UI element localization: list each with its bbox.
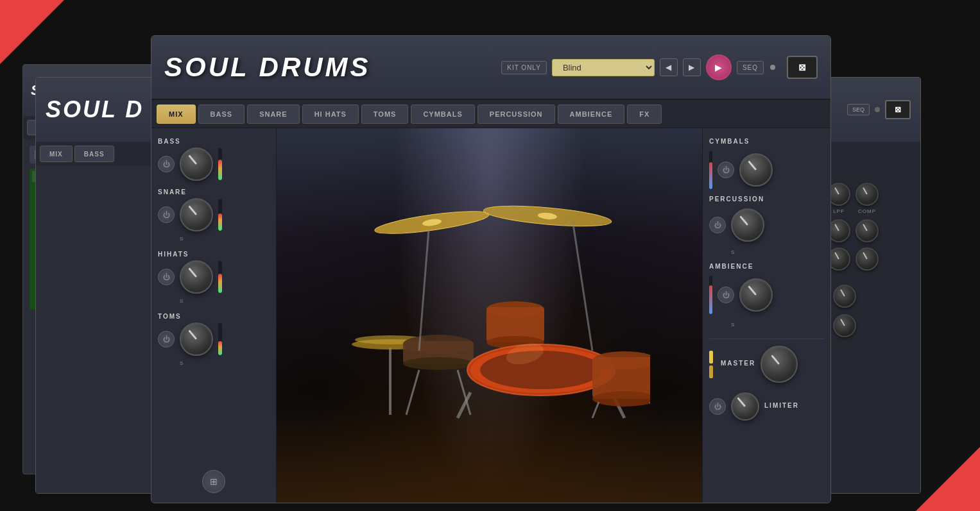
svg-point-9	[403, 357, 474, 370]
svg-line-22	[419, 230, 429, 351]
prev-preset-button[interactable]: ◀	[660, 58, 678, 76]
snare-level-fill	[218, 214, 222, 231]
bass-knob[interactable]	[180, 147, 213, 181]
mid-panel-title: SOUL D	[46, 96, 144, 123]
ambience-level-bar	[709, 276, 712, 314]
hihats-s-label: S	[180, 294, 270, 305]
master-level-indicator-top	[709, 351, 713, 364]
mid-tab-mix[interactable]: MIX	[40, 146, 73, 162]
snare-level-bar	[218, 199, 222, 231]
bass-level-bar	[218, 148, 222, 180]
tab-percussion[interactable]: PERCUSSION	[477, 105, 555, 124]
bass-section: BASS ⏻	[158, 138, 270, 181]
red-corner-br	[916, 447, 980, 511]
uvi-logo: ⊠	[787, 56, 818, 79]
percussion-knob[interactable]	[731, 208, 764, 242]
mid-header-right: SEQ ⊠	[847, 100, 911, 119]
center-image-area	[277, 128, 702, 503]
hihats-level-fill	[218, 274, 222, 293]
snare-section: SNARE ⏻ S	[158, 188, 270, 243]
content-area: BASS ⏻ SNARE ⏻	[151, 128, 830, 503]
bass-knob-row: ⏻	[158, 147, 270, 181]
drum-background	[277, 128, 702, 503]
tab-snare[interactable]: SNARE	[247, 105, 300, 124]
toms-level-fill	[218, 341, 222, 356]
toms-knob[interactable]	[180, 323, 213, 356]
ambience-label: AMBIENCE	[709, 263, 824, 270]
bass-power-button[interactable]: ⏻	[158, 156, 175, 172]
mid-uvi-logo: ⊠	[885, 100, 911, 119]
master-level-indicator-bottom	[709, 365, 713, 378]
master-section: MASTER	[709, 339, 824, 383]
right-panel: CYMBALS ⏻ PERCUSSION ⏻	[702, 128, 830, 503]
delay2-knob[interactable]	[833, 285, 856, 308]
cymbals-level-bar	[709, 151, 712, 189]
ambience-power-button[interactable]: ⏻	[718, 287, 734, 303]
ambience-knob[interactable]	[739, 278, 773, 312]
tab-ambience[interactable]: AMBIENCE	[558, 105, 625, 124]
tab-bar: MIX BASS SNARE HI HATS TOMS CYMBALS PERC…	[151, 100, 830, 128]
red-corner-tl	[0, 0, 64, 64]
next-preset-button[interactable]: ▶	[683, 58, 701, 76]
ambience-knob-row: ⏻	[709, 276, 824, 314]
cymbals-knob-row: ⏻	[709, 151, 824, 189]
toms-label: TOMS	[158, 313, 270, 320]
main-scene: SOUL D MIX BASS ▶ FlyMe Gr 01 Soul 02 So…	[0, 0, 980, 511]
toms-section: TOMS ⏻ S	[158, 313, 270, 367]
cymbals-power-button[interactable]: ⏻	[718, 162, 734, 178]
settings-button[interactable]: ⊞	[202, 470, 225, 493]
ambience-s-label: S	[731, 317, 824, 329]
limiter-knob[interactable]	[731, 392, 759, 421]
master-level-indicators	[709, 351, 713, 378]
svg-line-10	[406, 370, 419, 415]
reverb2-knob[interactable]	[833, 314, 856, 337]
tab-hihats[interactable]: HI HATS	[302, 105, 359, 124]
limiter-power-button[interactable]: ⏻	[709, 398, 726, 415]
drum-kit-svg	[329, 171, 650, 428]
tab-cymbals[interactable]: CYMBALS	[411, 105, 474, 124]
bass-label: BASS	[158, 138, 270, 145]
snare-knob-row: ⏻	[158, 198, 270, 231]
settings-area: ⊞	[158, 470, 270, 493]
tab-mix[interactable]: MIX	[157, 105, 196, 124]
cymbals-label: CYMBALS	[709, 138, 824, 145]
toms-power-button[interactable]: ⏻	[158, 331, 175, 348]
tab-fx[interactable]: FX	[627, 105, 662, 124]
main-panel: SOUL DRUMS KIT ONLY Blind ◀ ▶ ▶ SEQ ⊠ MI…	[151, 35, 831, 503]
fx-knob-2c[interactable]	[855, 219, 879, 242]
svg-point-17	[480, 351, 602, 389]
hihats-power-button[interactable]: ⏻	[158, 269, 175, 285]
hihats-knob-row: ⏻	[158, 260, 270, 294]
hihats-knob[interactable]	[180, 260, 213, 294]
floor-overlay	[277, 409, 702, 503]
mid-tab-bass[interactable]: BASS	[74, 146, 114, 162]
tab-toms[interactable]: TOMS	[361, 105, 409, 124]
lpf-label: LPF	[833, 208, 845, 214]
preset-dropdown[interactable]: Blind	[552, 59, 655, 76]
cymbals-knob[interactable]	[739, 153, 773, 187]
comp-knob[interactable]	[855, 183, 879, 206]
hihats-label: HIHATS	[158, 251, 270, 258]
mid-seq-btn[interactable]: SEQ	[847, 104, 870, 115]
percussion-label: PERCUSSION	[709, 196, 824, 203]
hihats-level-bar	[218, 261, 222, 293]
snare-label: SNARE	[158, 188, 270, 196]
fx-knob-3c[interactable]	[855, 247, 879, 271]
snare-knob[interactable]	[180, 198, 213, 231]
bass-level-fill	[218, 160, 222, 181]
percussion-knob-row: ⏻	[709, 208, 824, 242]
ambience-level-fill	[709, 285, 712, 314]
tab-bass[interactable]: BASS	[198, 105, 245, 124]
svg-line-21	[573, 224, 592, 351]
header-controls: KIT ONLY Blind ◀ ▶ ▶ SEQ ⊠	[501, 54, 818, 80]
limiter-label: LIMITER	[764, 402, 799, 409]
seq-button[interactable]: SEQ	[737, 61, 764, 74]
percussion-power-button[interactable]: ⏻	[709, 217, 726, 233]
master-knob[interactable]	[761, 346, 798, 383]
kit-only-button[interactable]: KIT ONLY	[501, 61, 547, 74]
toms-s-label: S	[180, 356, 270, 367]
ambience-section: AMBIENCE ⏻ S	[709, 263, 824, 329]
snare-power-button[interactable]: ⏻	[158, 206, 175, 223]
header-bar: SOUL DRUMS KIT ONLY Blind ◀ ▶ ▶ SEQ ⊠	[151, 36, 830, 100]
play-button[interactable]: ▶	[706, 54, 732, 80]
